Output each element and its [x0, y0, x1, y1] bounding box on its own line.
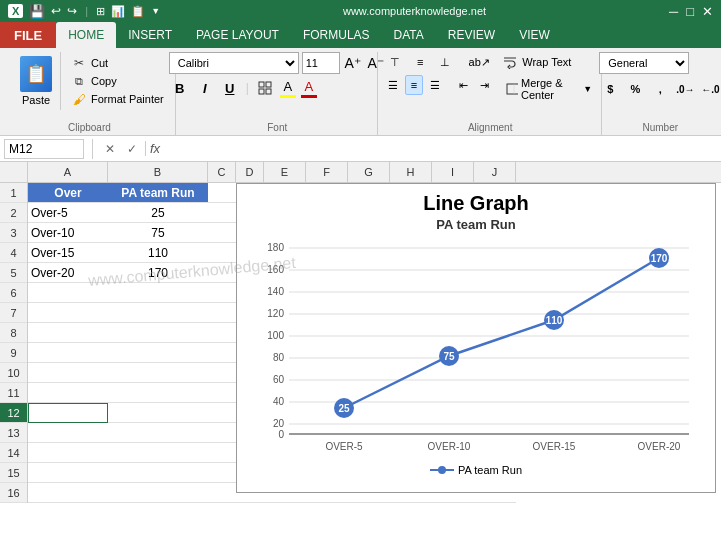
tab-file[interactable]: FILE [0, 22, 56, 48]
number-format-select[interactable]: General [599, 52, 689, 74]
cell-a3[interactable]: Over-10 [28, 223, 108, 243]
cell-b2[interactable]: 25 [108, 203, 208, 223]
align-right-button[interactable]: ☰ [426, 75, 444, 95]
quick-access-icon2[interactable]: 📊 [111, 5, 125, 18]
align-left-button[interactable]: ☰ [384, 75, 402, 95]
undo-icon[interactable]: ↩ [51, 4, 61, 18]
redo-icon[interactable]: ↪ [67, 4, 77, 18]
cell-a4[interactable]: Over-15 [28, 243, 108, 263]
cell-a7[interactable] [28, 303, 108, 323]
align-middle-button[interactable]: ≡ [409, 52, 431, 72]
font-family-select[interactable]: Calibri [169, 52, 299, 74]
tab-page-layout[interactable]: PAGE LAYOUT [184, 22, 291, 48]
cell-a5[interactable]: Over-20 [28, 263, 108, 283]
cell-a8[interactable] [28, 323, 108, 343]
cell-b16[interactable] [108, 483, 208, 503]
wrap-text-button[interactable]: Wrap Text [499, 52, 575, 72]
col-header-a[interactable]: A [28, 162, 108, 182]
confirm-formula-btn[interactable]: ✓ [123, 140, 141, 158]
cell-c15[interactable] [208, 463, 236, 483]
cancel-formula-btn[interactable]: ✕ [101, 140, 119, 158]
accounting-button[interactable]: $ [599, 78, 621, 100]
col-header-d[interactable]: D [236, 162, 264, 182]
name-box[interactable] [4, 139, 84, 159]
row-num-4[interactable]: 4 [0, 243, 27, 263]
cell-c2[interactable] [208, 203, 236, 223]
tab-home[interactable]: HOME [56, 22, 116, 48]
row-num-2[interactable]: 2 [0, 203, 27, 223]
row-num-14[interactable]: 14 [0, 443, 27, 463]
cell-a10[interactable] [28, 363, 108, 383]
cell-b8[interactable] [108, 323, 208, 343]
tab-formulas[interactable]: FORMULAS [291, 22, 382, 48]
bold-button[interactable]: B [169, 77, 191, 99]
col-header-f[interactable]: F [306, 162, 348, 182]
merge-center-button[interactable]: Merge & Center ▼ [502, 75, 596, 103]
cell-c5[interactable] [208, 263, 236, 283]
fx-button[interactable]: fx [145, 141, 164, 156]
cell-a16[interactable] [28, 483, 108, 503]
close-btn[interactable]: ✕ [702, 4, 713, 19]
merge-dropdown-icon[interactable]: ▼ [583, 84, 592, 94]
cell-b3[interactable]: 75 [108, 223, 208, 243]
cell-b7[interactable] [108, 303, 208, 323]
cell-c9[interactable] [208, 343, 236, 363]
cell-c6[interactable] [208, 283, 236, 303]
col-header-e[interactable]: E [264, 162, 306, 182]
fill-color-button[interactable]: A [279, 78, 297, 99]
cut-button[interactable]: ✂ Cut [68, 55, 167, 71]
cell-b5[interactable]: 170 [108, 263, 208, 283]
row-num-6[interactable]: 6 [0, 283, 27, 303]
minimize-btn[interactable]: ─ [669, 4, 678, 19]
row-num-5[interactable]: 5 [0, 263, 27, 283]
format-painter-button[interactable]: 🖌 Format Painter [68, 91, 167, 107]
dropdown-icon[interactable]: ▼ [151, 6, 160, 16]
chart-container[interactable]: Line Graph PA team Run 180 [236, 183, 716, 493]
cell-c12[interactable] [208, 403, 236, 423]
comma-button[interactable]: , [649, 78, 671, 100]
tab-insert[interactable]: INSERT [116, 22, 184, 48]
row-num-16[interactable]: 16 [0, 483, 27, 503]
quick-access-icon1[interactable]: ⊞ [96, 5, 105, 18]
underline-button[interactable]: U [219, 77, 241, 99]
row-num-1[interactable]: 1 [0, 183, 27, 203]
indent-increase-button[interactable]: ⇥ [476, 75, 494, 95]
col-header-j[interactable]: J [474, 162, 516, 182]
tab-view[interactable]: VIEW [507, 22, 562, 48]
cell-b10[interactable] [108, 363, 208, 383]
decimal-decrease-button[interactable]: ←.0 [699, 78, 721, 100]
indent-decrease-button[interactable]: ⇤ [455, 75, 473, 95]
col-header-h[interactable]: H [390, 162, 432, 182]
row-num-8[interactable]: 8 [0, 323, 27, 343]
cell-a15[interactable] [28, 463, 108, 483]
cell-a1[interactable]: Over [28, 183, 108, 203]
row-num-7[interactable]: 7 [0, 303, 27, 323]
decimal-increase-button[interactable]: .0→ [674, 78, 696, 100]
col-header-c[interactable]: C [208, 162, 236, 182]
cell-c1[interactable] [208, 183, 236, 203]
formula-input[interactable] [168, 140, 717, 158]
tab-data[interactable]: DATA [382, 22, 436, 48]
cell-c13[interactable] [208, 423, 236, 443]
col-header-i[interactable]: I [432, 162, 474, 182]
cell-c16[interactable] [208, 483, 236, 503]
col-header-b[interactable]: B [108, 162, 208, 182]
cell-a6[interactable] [28, 283, 108, 303]
cell-c10[interactable] [208, 363, 236, 383]
tab-review[interactable]: REVIEW [436, 22, 507, 48]
cell-b11[interactable] [108, 383, 208, 403]
cell-c7[interactable] [208, 303, 236, 323]
cell-c11[interactable] [208, 383, 236, 403]
cell-b4[interactable]: 110 [108, 243, 208, 263]
row-num-3[interactable]: 3 [0, 223, 27, 243]
quick-access-icon3[interactable]: 📋 [131, 5, 145, 18]
col-header-g[interactable]: G [348, 162, 390, 182]
cell-a9[interactable] [28, 343, 108, 363]
cell-c4[interactable] [208, 243, 236, 263]
align-center-button[interactable]: ≡ [405, 75, 423, 95]
row-num-12[interactable]: 12 [0, 403, 27, 423]
cell-c8[interactable] [208, 323, 236, 343]
cell-a12[interactable] [28, 403, 108, 423]
maximize-btn[interactable]: □ [686, 4, 694, 19]
cell-b15[interactable] [108, 463, 208, 483]
